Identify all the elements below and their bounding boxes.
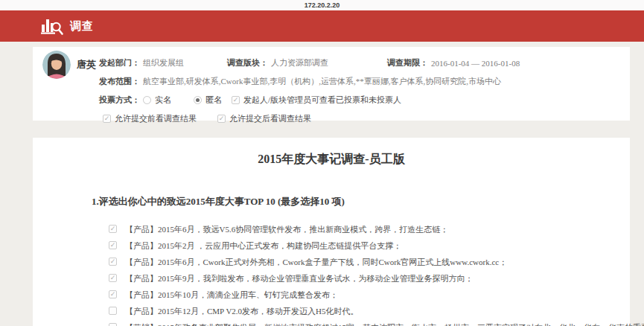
section-pair: 调查版块： 人力资源部调查	[227, 57, 387, 68]
survey-question: 1.评选出你心中的致远2015年度大事TOP 10 (最多选择10 项)	[92, 195, 630, 208]
vote-option-realname[interactable]: 实名	[143, 95, 171, 106]
period-label: 调查期限：	[387, 57, 428, 68]
visibility-option[interactable]: ✓ 发起人/版块管理员可查看已投票和未投票人	[232, 95, 401, 106]
option-checkbox[interactable]: ✓	[109, 241, 117, 249]
option-label: 【产品】2015年10月，滴滴企业用车、钉钉完成整合发布；	[125, 290, 338, 301]
visibility-checkbox[interactable]: ✓	[232, 96, 240, 104]
result-after-checkbox[interactable]: ✓	[217, 115, 226, 123]
survey-option-list: ✓ 【产品】2015年6月，致远V5.6协同管理软件发布，推出新商业模式，跨界，…	[109, 224, 630, 326]
anonymous-radio[interactable]	[194, 96, 202, 104]
option-checkbox[interactable]: ✓	[109, 258, 117, 266]
visibility-label: 发起人/版块管理员可查看已投票和未投票人	[243, 95, 401, 106]
survey-chart-search-icon	[40, 17, 63, 36]
option-label: 【产品】2015年6月，致远V5.6协同管理软件发布，推出新商业模式，跨界，打造…	[125, 224, 448, 235]
realname-label: 实名	[155, 95, 171, 106]
survey-body-card: 2015年度大事记调查-员工版 1.评选出你心中的致远2015年度大事TOP 1…	[33, 138, 630, 326]
survey-option-row[interactable]: ✓ 【产品】2015年10月，滴滴企业用车、钉钉完成整合发布；	[109, 290, 630, 306]
survey-option-row[interactable]: ✓ 【产品】2015年2月 ，云应用中心正式发布，构建协同生态链提供平台支撑；	[109, 240, 630, 257]
address-bar[interactable]: 172.20.2.20	[0, 0, 644, 10]
initiator-value: 组织发展组	[143, 57, 184, 68]
period-value: 2016-01-04 — 2016-01-08	[431, 59, 520, 68]
result-after-option[interactable]: ✓ 允许提交后看调查结果	[217, 113, 311, 124]
server-address: 172.20.2.20	[305, 1, 340, 9]
survey-option-row[interactable]: ✓ 【产品】2015年9月，我到啦发布，移动企业管理垂直业务试水，为移动企业管理…	[109, 273, 630, 290]
scope-value: 航空事业部,研发体系,Cwork事业部,李明（机构）,运营体系,**覃丽娜,客户…	[143, 76, 501, 87]
option-label: 【营销】2015年政务事业部聚焦发展，新增地市级政府超过15家，其中沈阳市、衡水…	[125, 322, 644, 326]
meta-row-basic: 发起部门： 组织发展组 调查版块： 人力资源部调查 调查期限： 2016-01-…	[99, 54, 616, 72]
survey-title: 2015年度大事记调查-员工版	[33, 152, 630, 167]
meta-row-scope: 发布范围： 航空事业部,研发体系,Cwork事业部,李明（机构）,运营体系,**…	[99, 72, 616, 91]
section-label: 调查版块：	[227, 57, 268, 68]
option-label: 【产品】2015年2月 ，云应用中心正式发布，构建协同生态链提供平台支撑；	[125, 240, 401, 252]
option-label: 【产品】2015年6月，Cwork正式对外亮相，Cwork盒子量产下线，同时Cw…	[125, 257, 507, 268]
avatar[interactable]	[42, 51, 71, 79]
meta-row-vote-mode: 投票方式： 实名 匿名 ✓ 发起人/版块管理员可查看已投票和未投票人	[99, 91, 616, 109]
app-header: 调查	[0, 10, 644, 42]
realname-radio[interactable]	[143, 96, 151, 104]
survey-option-row[interactable]: ✓ 【营销】2015年政务事业部聚焦发展，新增地市级政府超过15家，其中沈阳市、…	[109, 322, 630, 326]
meta-row-result-options: ✓ 允许提交前看调查结果 ✓ 允许提交后看调查结果	[99, 109, 616, 128]
vote-mode-label: 投票方式：	[99, 95, 140, 106]
anonymous-label: 匿名	[205, 95, 222, 106]
initiator-label: 发起部门：	[99, 57, 140, 68]
option-checkbox[interactable]: ✓	[109, 225, 117, 233]
scope-label: 发布范围：	[99, 76, 140, 87]
option-checkbox[interactable]: ✓	[109, 274, 117, 282]
option-checkbox[interactable]: ✓	[109, 323, 117, 326]
option-checkbox[interactable]: ✓	[109, 290, 117, 298]
option-checkbox[interactable]: ✓	[109, 307, 117, 315]
app-title: 调查	[70, 19, 94, 33]
vote-option-anonymous[interactable]: 匿名	[194, 95, 222, 106]
survey-option-row[interactable]: ✓ 【产品】2015年12月，CMP V2.0发布，移动开发迈入H5化时代。	[109, 306, 630, 322]
initiator-pair: 发起部门： 组织发展组	[99, 57, 227, 68]
survey-meta-card: 唐英 发起部门： 组织发展组 调查版块： 人力资源部调查 调查期限： 2016-…	[33, 47, 630, 121]
result-before-label: 允许提交前看调查结果	[115, 113, 197, 124]
result-before-option[interactable]: ✓ 允许提交前看调查结果	[103, 113, 197, 124]
survey-option-row[interactable]: ✓ 【产品】2015年6月，致远V5.6协同管理软件发布，推出新商业模式，跨界，…	[109, 224, 630, 240]
period-pair: 调查期限： 2016-01-04 — 2016-01-08	[387, 57, 520, 68]
section-value: 人力资源部调查	[271, 57, 328, 68]
option-label: 【产品】2015年9月，我到啦发布，移动企业管理垂直业务试水，为移动企业管理业务…	[125, 273, 474, 284]
option-label: 【产品】2015年12月，CMP V2.0发布，移动开发迈入H5化时代。	[125, 306, 359, 317]
user-name: 唐英	[77, 58, 96, 71]
survey-option-row[interactable]: ✓ 【产品】2015年6月，Cwork正式对外亮相，Cwork盒子量产下线，同时…	[109, 257, 630, 273]
result-after-label: 允许提交后看调查结果	[229, 113, 311, 124]
result-before-checkbox[interactable]: ✓	[103, 115, 111, 123]
